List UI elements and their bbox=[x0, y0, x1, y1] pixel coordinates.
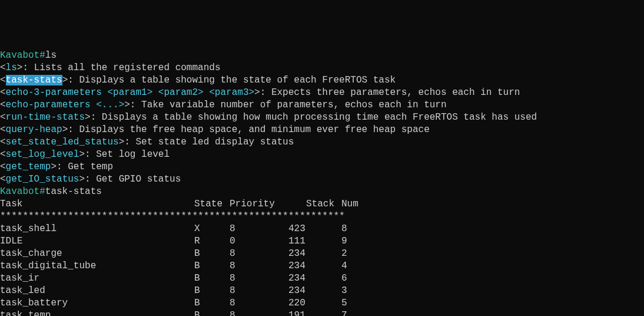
shell-prompt: Kavabot# bbox=[0, 50, 45, 61]
command-description: : Set log level bbox=[85, 149, 170, 160]
table-row: task_shellX84238 bbox=[0, 223, 644, 235]
task-stack: 111 bbox=[288, 235, 341, 248]
command-name: set_log_level bbox=[6, 149, 79, 160]
table-row: task_batteryB82205 bbox=[0, 297, 644, 310]
task-priority: 8 bbox=[230, 310, 288, 316]
table-row: task_digital_tubeB82344 bbox=[0, 260, 644, 272]
header-task: Task bbox=[0, 198, 194, 210]
task-priority: 8 bbox=[230, 260, 288, 272]
task-state: X bbox=[194, 223, 230, 235]
command-name: get_temp bbox=[6, 162, 51, 172]
task-stack: 234 bbox=[288, 285, 341, 297]
command-description: : Lists all the registered commands bbox=[22, 62, 220, 73]
command-description: : Take variable number of parameters, ec… bbox=[130, 100, 447, 110]
help-line: <set_state_led_status>: Set state led di… bbox=[0, 136, 644, 149]
task-name: task_battery bbox=[0, 297, 194, 310]
table-header: TaskStatePriorityStackNum bbox=[0, 198, 644, 210]
task-name: task_ir bbox=[0, 272, 194, 285]
prompt-line-2: Kavabot#task-stats bbox=[0, 186, 644, 198]
header-priority: Priority bbox=[230, 198, 306, 210]
task-num: 5 bbox=[341, 297, 377, 310]
table-row: task_irB82346 bbox=[0, 272, 644, 285]
task-name: task_charge bbox=[0, 248, 194, 260]
task-stack: 423 bbox=[288, 223, 341, 235]
command-description: : Get temp bbox=[57, 162, 113, 172]
task-state: B bbox=[194, 310, 230, 316]
command-name: get_IO_status bbox=[6, 174, 79, 185]
entered-command-ls: ls bbox=[45, 50, 57, 61]
task-name: IDLE bbox=[0, 235, 194, 248]
task-priority: 8 bbox=[230, 297, 288, 310]
task-priority: 8 bbox=[230, 285, 288, 297]
task-priority: 8 bbox=[230, 248, 288, 260]
table-separator: ****************************************… bbox=[0, 210, 644, 223]
task-state: B bbox=[194, 285, 230, 297]
command-name: task-stats bbox=[6, 75, 62, 85]
header-state: State bbox=[194, 198, 230, 210]
command-description: : Displays a table showing the state of … bbox=[68, 75, 396, 85]
help-line: <set_log_level>: Set log level bbox=[0, 149, 644, 161]
command-name: echo-parameters <...> bbox=[6, 100, 125, 110]
command-description: : Set state led display status bbox=[124, 137, 294, 147]
task-name: task_digital_tube bbox=[0, 260, 194, 272]
table-row: IDLER01119 bbox=[0, 235, 644, 248]
help-line: <echo-3-parameters <param1> <param2> <pa… bbox=[0, 87, 644, 99]
task-num: 7 bbox=[341, 310, 377, 316]
task-priority: 8 bbox=[230, 272, 288, 285]
prompt-line-1: Kavabot#ls bbox=[0, 50, 644, 62]
help-line: <task-stats>: Displays a table showing t… bbox=[0, 74, 644, 87]
task-state: B bbox=[194, 248, 230, 260]
table-row: task_ledB82343 bbox=[0, 285, 644, 297]
task-state: B bbox=[194, 272, 230, 285]
task-priority: 8 bbox=[230, 223, 288, 235]
task-stack: 234 bbox=[288, 248, 341, 260]
task-stack: 191 bbox=[288, 310, 341, 316]
help-line: <ls>: Lists all the registered commands bbox=[0, 62, 644, 74]
table-row: task_chargeB82342 bbox=[0, 248, 644, 260]
task-stack: 220 bbox=[288, 297, 341, 310]
command-description: : Displays the free heap space, and mini… bbox=[68, 124, 430, 135]
task-name: task_temp bbox=[0, 310, 194, 316]
terminal-output[interactable]: Kavabot#ls<ls>: Lists all the registered… bbox=[0, 50, 644, 316]
task-name: task_shell bbox=[0, 223, 194, 235]
task-state: B bbox=[194, 297, 230, 310]
task-name: task_led bbox=[0, 285, 194, 297]
command-name: query-heap bbox=[6, 124, 62, 135]
help-line: <query-heap>: Displays the free heap spa… bbox=[0, 124, 644, 136]
task-state: B bbox=[194, 260, 230, 272]
command-name: ls bbox=[6, 62, 17, 73]
entered-command-task-stats: task-stats bbox=[45, 186, 102, 197]
shell-prompt: Kavabot# bbox=[0, 186, 45, 197]
command-name: set_state_led_status bbox=[6, 137, 119, 147]
task-num: 4 bbox=[341, 260, 377, 272]
help-line: <echo-parameters <...>>: Take variable n… bbox=[0, 99, 644, 111]
task-num: 8 bbox=[341, 223, 377, 235]
help-line: <run-time-stats>: Displays a table showi… bbox=[0, 111, 644, 124]
help-line: <get_IO_status>: Get GPIO status bbox=[0, 173, 644, 186]
task-stack: 234 bbox=[288, 260, 341, 272]
command-description: : Expects three parameters, echos each i… bbox=[260, 87, 520, 98]
command-description: : Get GPIO status bbox=[85, 174, 181, 185]
task-num: 9 bbox=[341, 235, 377, 248]
table-row: task_tempB81917 bbox=[0, 310, 644, 316]
task-num: 6 bbox=[341, 272, 377, 285]
task-num: 2 bbox=[341, 248, 377, 260]
task-state: R bbox=[194, 235, 230, 248]
header-stack: Stack bbox=[306, 198, 341, 210]
header-num: Num bbox=[341, 198, 358, 210]
command-description: : Displays a table showing how much proc… bbox=[91, 112, 537, 123]
task-stack: 234 bbox=[288, 272, 341, 285]
task-num: 3 bbox=[341, 285, 377, 297]
help-line: <get_temp>: Get temp bbox=[0, 161, 644, 173]
command-name: run-time-stats bbox=[6, 112, 85, 123]
command-name: echo-3-parameters <param1> <param2> <par… bbox=[6, 87, 254, 98]
task-priority: 0 bbox=[230, 235, 288, 248]
